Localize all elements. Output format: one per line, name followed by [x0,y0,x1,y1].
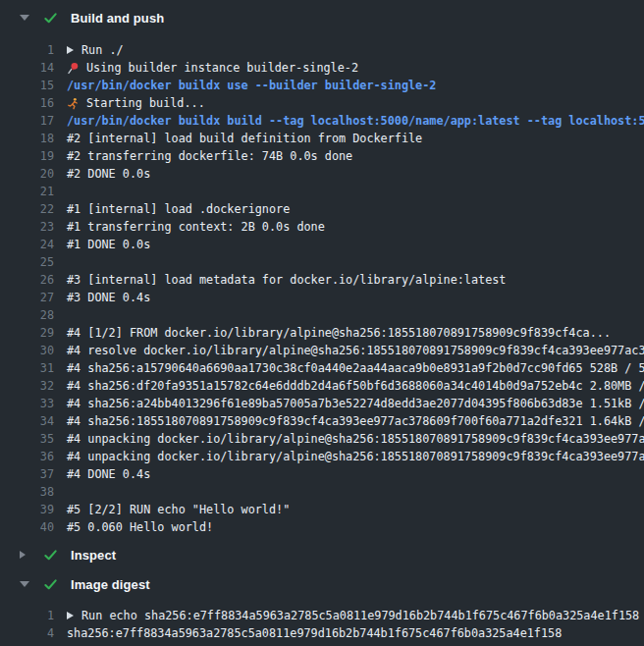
log-line: 16 Starting build... [0,94,644,112]
line-text: #4 sha256:df20fa9351a15782c64e6dddb2d4a6… [67,377,644,395]
chevron-right-icon[interactable] [20,551,31,559]
line-number[interactable]: 33 [0,395,54,412]
log-line: 1 Run echo sha256:e7ff8834a5963a2785c5a0… [0,607,644,624]
line-number[interactable]: 15 [0,77,54,94]
line-text: Using builder instance builder-single-2 [67,59,358,77]
log-line: 22 #1 [internal] load .dockerignore [0,200,644,218]
line-number[interactable]: 39 [0,501,54,518]
line-number[interactable]: 27 [0,289,54,306]
line-number[interactable]: 28 [0,306,54,324]
log-line: 36 #4 unpacking docker.io/library/alpine… [0,448,644,465]
log-line: 35 #4 unpacking docker.io/library/alpine… [0,430,644,448]
line-text: #4 sha256:185518070891758909c9f839cf4ca3… [67,412,644,430]
line-number[interactable]: 29 [0,324,54,342]
line-number[interactable]: 21 [0,183,54,200]
line-number[interactable]: 32 [0,377,54,395]
line-text: sha256:e7ff8834a5963a2785c5a0811e979d16b… [67,624,562,642]
line-number[interactable]: 36 [0,448,54,465]
section-title: Inspect [71,548,116,563]
line-number[interactable]: 25 [0,253,54,271]
log-line: 21 [0,183,644,200]
log-line: 31 #4 sha256:a15790640a6690aa1730c38cf0a… [0,359,644,377]
line-number[interactable]: 26 [0,271,54,289]
line-number[interactable]: 34 [0,412,54,430]
line-text: Run ./ [67,41,124,59]
section-header-inspect[interactable]: Inspect [0,547,644,563]
log-line: 33 #4 sha256:a24bb4013296f61e89ba57005a7… [0,395,644,412]
runner-icon [67,97,80,110]
line-number[interactable]: 23 [0,218,54,236]
log-lines: 1 Run ./ 14 Using builder instance build… [0,41,644,536]
log-line: 34 #4 sha256:185518070891758909c9f839cf4… [0,412,644,430]
chevron-down-icon[interactable] [20,15,31,21]
line-number[interactable]: 35 [0,430,54,448]
line-text: #4 sha256:a24bb4013296f61e89ba57005a7b3e… [67,395,644,412]
run-group-toggle-icon[interactable] [67,46,74,54]
workflow-log-viewer: Build and push 1 Run ./ 14 Using builder… [0,0,644,646]
line-text: #4 unpacking docker.io/library/alpine@sh… [67,448,644,465]
log-lines: 1 Run echo sha256:e7ff8834a5963a2785c5a0… [0,607,644,642]
line-number[interactable]: 1 [0,41,54,59]
line-number[interactable]: 1 [0,607,54,624]
line-text: #3 [internal] load metadata for docker.i… [67,271,506,289]
log-section-build-and-push: Build and push 1 Run ./ 14 Using builder… [0,10,644,536]
check-icon [43,11,58,26]
line-number[interactable]: 38 [0,483,54,501]
check-icon [43,548,58,563]
line-number[interactable]: 20 [0,165,54,183]
log-section-image-digest: Image digest 1 Run echo sha256:e7ff8834a… [0,576,644,642]
log-line: 39 #5 [2/2] RUN echo "Hello world!" [0,501,644,518]
log-line: 40 #5 0.060 Hello world! [0,518,644,536]
line-text: #4 resolve docker.io/library/alpine@sha2… [67,342,644,359]
line-number[interactable]: 30 [0,342,54,359]
log-line: 24 #1 DONE 0.0s [0,236,644,253]
line-text: #2 [internal] load build definition from… [67,130,422,147]
line-number[interactable]: 24 [0,236,54,253]
chevron-down-icon[interactable] [20,581,31,587]
log-line: 19 #2 transferring dockerfile: 74B 0.0s … [0,147,644,165]
log-line: 17 /usr/bin/docker buildx build --tag lo… [0,112,644,130]
line-text: #3 DONE 0.4s [67,289,150,306]
log-line: 26 #3 [internal] load metadata for docke… [0,271,644,289]
log-line: 27 #3 DONE 0.4s [0,289,644,306]
line-text: #2 transferring dockerfile: 74B 0.0s don… [67,147,352,165]
log-line: 25 [0,253,644,271]
line-text: #5 [2/2] RUN echo "Hello world!" [67,501,290,518]
line-number[interactable]: 31 [0,359,54,377]
line-number[interactable]: 4 [0,624,54,642]
log-line: 4 sha256:e7ff8834a5963a2785c5a0811e979d1… [0,624,644,642]
line-text: #1 [internal] load .dockerignore [67,200,290,218]
log-line: 20 #2 DONE 0.0s [0,165,644,183]
line-text: /usr/bin/docker buildx build --tag local… [67,112,644,130]
pushpin-icon [67,62,80,75]
log-line: 30 #4 resolve docker.io/library/alpine@s… [0,342,644,359]
line-text: Starting build... [67,94,205,112]
line-text: /usr/bin/docker buildx use --builder bui… [67,77,436,94]
line-number[interactable]: 19 [0,147,54,165]
section-title: Build and push [71,11,164,26]
line-text: #5 0.060 Hello world! [67,518,213,536]
section-header-build-and-push[interactable]: Build and push [0,10,644,26]
run-group-toggle-icon[interactable] [67,612,74,619]
log-line: 14 Using builder instance builder-single… [0,59,644,77]
line-text: #4 [1/2] FROM docker.io/library/alpine@s… [67,324,611,342]
section-title: Image digest [71,577,150,592]
log-line: 29 #4 [1/2] FROM docker.io/library/alpin… [0,324,644,342]
log-line: 15 /usr/bin/docker buildx use --builder … [0,77,644,94]
line-number[interactable]: 37 [0,465,54,483]
line-number[interactable]: 18 [0,130,54,147]
line-text: #1 DONE 0.0s [67,236,150,253]
line-number[interactable]: 22 [0,200,54,218]
log-line: 32 #4 sha256:df20fa9351a15782c64e6dddb2d… [0,377,644,395]
log-line: 18 #2 [internal] load build definition f… [0,130,644,147]
line-text: #4 sha256:a15790640a6690aa1730c38cf0a440… [67,359,644,377]
check-icon [43,577,58,592]
log-line: 1 Run ./ [0,41,644,59]
line-number[interactable]: 14 [0,59,54,77]
line-text: #1 transferring context: 2B 0.0s done [67,218,325,236]
line-number[interactable]: 16 [0,94,54,112]
line-number[interactable]: 40 [0,518,54,536]
log-line: 38 [0,483,644,501]
line-number[interactable]: 17 [0,112,54,130]
section-header-image-digest[interactable]: Image digest [0,576,644,592]
